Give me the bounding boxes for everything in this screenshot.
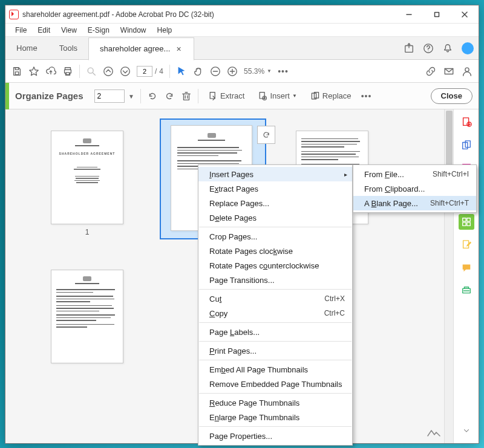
- tab-document[interactable]: shareholder agree... ×: [88, 37, 194, 60]
- chevron-down-icon: ▼: [128, 93, 134, 100]
- right-tools-panel: [453, 109, 479, 443]
- organize-title: Organize Pages: [15, 91, 83, 101]
- tab-home[interactable]: Home: [5, 37, 48, 60]
- search-icon[interactable]: [86, 66, 97, 77]
- submenu-from-clipboard[interactable]: From Clipboard...: [353, 181, 476, 196]
- link-icon[interactable]: [425, 66, 436, 77]
- zoom-level[interactable]: 55.3% ▼: [244, 67, 272, 76]
- ctx-embed-all[interactable]: Embed All Page Thumbnails: [198, 362, 352, 377]
- tab-home-label: Home: [16, 44, 38, 53]
- select-tool-icon[interactable]: [176, 66, 187, 77]
- page-down-icon[interactable]: [120, 66, 131, 77]
- ctx-insert-pages[interactable]: Insert Pages▸: [198, 167, 352, 181]
- more-organize-icon[interactable]: •••: [361, 91, 372, 102]
- close-window-button[interactable]: [451, 5, 479, 24]
- menu-bar: File Edit View E-Sign Window Help: [5, 24, 479, 37]
- page-indicator: / 4: [137, 66, 163, 77]
- tab-tools[interactable]: Tools: [48, 37, 88, 60]
- submenu-blank-page[interactable]: A Blank Page...Shift+Ctrl+T: [353, 196, 476, 210]
- zoom-out-icon[interactable]: [210, 66, 221, 77]
- zoom-in-icon[interactable]: [227, 66, 238, 77]
- ctx-crop-pages[interactable]: Crop Pages...: [198, 229, 352, 244]
- submenu-from-file[interactable]: From File...Shift+Ctrl+I: [353, 167, 476, 181]
- account-icon[interactable]: [462, 66, 473, 77]
- ctx-page-properties[interactable]: Page Properties...: [198, 429, 352, 443]
- organize-page-input[interactable]: [94, 89, 125, 103]
- title-bar: shareholder agreement.pdf - Adobe Acroba…: [5, 5, 479, 24]
- ctx-rotate-cw[interactable]: Rotate Pages clockwise: [198, 244, 352, 258]
- page-thumbnail-1[interactable]: SHAREHOLDER AGREEMENT 1: [51, 131, 123, 236]
- menu-file[interactable]: File: [10, 25, 31, 36]
- mountains-icon[interactable]: [427, 427, 440, 440]
- more-toolbar-icon[interactable]: •••: [278, 66, 289, 77]
- tab-tools-label: Tools: [59, 44, 77, 53]
- ctx-rotate-ccw[interactable]: Rotate Pages counterclockwise: [198, 258, 352, 273]
- organize-pages-tool-icon[interactable]: [459, 214, 474, 230]
- help-icon[interactable]: [423, 43, 434, 54]
- extract-button[interactable]: Extract: [204, 89, 248, 103]
- sticky-note-tool-icon[interactable]: [459, 260, 474, 276]
- scan-tool-icon[interactable]: [459, 283, 474, 299]
- maximize-button[interactable]: [423, 5, 451, 24]
- rotate-page-handle[interactable]: [257, 126, 275, 144]
- ctx-page-labels[interactable]: Page Labels...: [198, 325, 352, 339]
- user-avatar[interactable]: [462, 42, 474, 54]
- chevron-down-icon[interactable]: [459, 423, 474, 438]
- insert-pages-submenu: From File...Shift+Ctrl+I From Clipboard.…: [353, 164, 477, 213]
- menu-view[interactable]: View: [56, 25, 82, 36]
- cloud-upload-icon[interactable]: [45, 66, 56, 77]
- organize-page-select[interactable]: ▼: [94, 89, 134, 103]
- ctx-delete-pages[interactable]: Delete Pages: [198, 210, 352, 225]
- current-page-input[interactable]: [137, 66, 152, 77]
- organize-pages-bar: Organize Pages ▼ Extract Insert ▼ Replac…: [5, 83, 479, 109]
- ctx-enlarge[interactable]: Enlarge Page Thumbnails: [198, 410, 352, 424]
- close-organize-button[interactable]: Close: [431, 88, 473, 104]
- create-pdf-tool-icon[interactable]: [459, 114, 474, 130]
- ctx-extract-pages[interactable]: Extract Pages: [198, 181, 352, 196]
- svg-line-15: [93, 73, 96, 75]
- ctx-remove-embedded[interactable]: Remove Embedded Page Thumbnails: [198, 377, 352, 391]
- star-icon[interactable]: [28, 66, 39, 77]
- minimize-button[interactable]: [395, 5, 423, 24]
- svg-rect-25: [183, 94, 189, 100]
- bell-icon[interactable]: [442, 43, 453, 54]
- ctx-replace-pages[interactable]: Replace Pages...: [198, 196, 352, 210]
- page-separator: /: [155, 67, 157, 76]
- ctx-copy[interactable]: CopyCtrl+C: [198, 306, 352, 320]
- page-thumbnail-4[interactable]: [51, 270, 123, 363]
- main-toolbar: / 4 55.3% ▼ •••: [5, 60, 479, 83]
- acrobat-app-icon: [9, 10, 19, 19]
- menu-esign[interactable]: E-Sign: [83, 25, 114, 36]
- rotate-cw-icon[interactable]: [164, 91, 175, 102]
- rotate-ccw-icon[interactable]: [147, 91, 158, 102]
- ctx-print-pages[interactable]: Print Pages...: [198, 343, 352, 358]
- menu-edit[interactable]: Edit: [33, 25, 55, 36]
- tab-close-button[interactable]: ×: [175, 44, 182, 54]
- tab-strip: Home Tools shareholder agree... ×: [5, 37, 479, 60]
- ctx-page-transitions[interactable]: Page Transitions...: [198, 273, 352, 287]
- page1-label: 1: [51, 228, 123, 236]
- hand-tool-icon[interactable]: [193, 66, 204, 77]
- svg-point-17: [121, 67, 129, 75]
- delete-icon[interactable]: [181, 91, 192, 102]
- svg-point-24: [465, 68, 469, 71]
- tab-document-label: shareholder agree...: [100, 44, 170, 53]
- page-up-icon[interactable]: [103, 66, 114, 77]
- svg-rect-9: [15, 71, 18, 74]
- menu-help[interactable]: Help: [152, 25, 177, 36]
- vertical-scrollbar[interactable]: [444, 109, 453, 443]
- menu-window[interactable]: Window: [116, 25, 151, 36]
- save-icon[interactable]: [11, 66, 22, 77]
- svg-rect-49: [462, 222, 465, 226]
- share-icon[interactable]: [404, 43, 414, 54]
- insert-button[interactable]: Insert ▼: [254, 89, 300, 103]
- email-icon[interactable]: [443, 66, 454, 77]
- ctx-cut[interactable]: CutCtrl+X: [198, 291, 352, 306]
- ctx-reduce[interactable]: Reduce Page Thumbnails: [198, 395, 352, 410]
- window-title: shareholder agreement.pdf - Adobe Acroba…: [22, 10, 214, 19]
- comment-tool-icon[interactable]: [459, 237, 474, 253]
- replace-button[interactable]: Replace: [307, 89, 355, 103]
- context-menu: Insert Pages▸ Extract Pages Replace Page…: [198, 164, 353, 446]
- print-icon[interactable]: [62, 66, 73, 77]
- combine-files-tool-icon[interactable]: [459, 137, 474, 153]
